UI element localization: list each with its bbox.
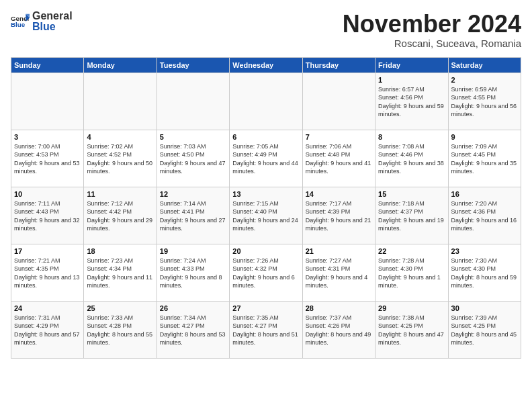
col-header-saturday: Saturday xyxy=(448,57,521,73)
col-header-monday: Monday xyxy=(84,57,157,73)
day-number: 26 xyxy=(160,304,226,312)
calendar-cell: 27Sunrise: 7:35 AM Sunset: 4:27 PM Dayli… xyxy=(230,301,302,358)
day-number: 25 xyxy=(87,304,153,312)
day-number: 9 xyxy=(451,133,518,141)
day-info: Sunrise: 7:26 AM Sunset: 4:32 PM Dayligh… xyxy=(232,257,299,290)
title-section: November 2024 Roscani, Suceava, Romania xyxy=(343,11,521,49)
day-info: Sunrise: 7:23 AM Sunset: 4:34 PM Dayligh… xyxy=(87,257,153,290)
day-info: Sunrise: 7:12 AM Sunset: 4:42 PM Dayligh… xyxy=(87,199,153,233)
calendar-cell xyxy=(157,73,229,130)
calendar-cell xyxy=(84,73,157,130)
calendar-week-2: 3Sunrise: 7:00 AM Sunset: 4:53 PM Daylig… xyxy=(11,130,521,187)
day-info: Sunrise: 7:15 AM Sunset: 4:40 PM Dayligh… xyxy=(232,199,299,233)
day-info: Sunrise: 7:33 AM Sunset: 4:28 PM Dayligh… xyxy=(87,314,153,347)
day-info: Sunrise: 7:38 AM Sunset: 4:25 PM Dayligh… xyxy=(378,314,445,347)
calendar-cell: 25Sunrise: 7:33 AM Sunset: 4:28 PM Dayli… xyxy=(84,301,157,358)
day-info: Sunrise: 7:18 AM Sunset: 4:37 PM Dayligh… xyxy=(378,199,445,233)
logo-general-text: General xyxy=(32,11,73,21)
col-header-friday: Friday xyxy=(375,57,448,73)
day-number: 14 xyxy=(306,190,372,198)
svg-text:Blue: Blue xyxy=(11,21,26,28)
day-number: 27 xyxy=(232,304,299,312)
calendar-cell: 15Sunrise: 7:18 AM Sunset: 4:37 PM Dayli… xyxy=(375,187,448,244)
calendar-cell: 7Sunrise: 7:06 AM Sunset: 4:48 PM Daylig… xyxy=(302,130,375,187)
logo-blue-text: Blue xyxy=(32,21,73,32)
day-number: 11 xyxy=(87,190,153,198)
col-header-tuesday: Tuesday xyxy=(157,57,229,73)
calendar-cell: 23Sunrise: 7:30 AM Sunset: 4:30 PM Dayli… xyxy=(448,244,521,301)
calendar-cell: 1Sunrise: 6:57 AM Sunset: 4:56 PM Daylig… xyxy=(375,73,448,130)
logo: General Blue General Blue xyxy=(11,11,73,32)
calendar-cell: 13Sunrise: 7:15 AM Sunset: 4:40 PM Dayli… xyxy=(230,187,302,244)
day-number: 20 xyxy=(232,247,299,255)
col-header-thursday: Thursday xyxy=(302,57,375,73)
location-subtitle: Roscani, Suceava, Romania xyxy=(343,38,521,49)
calendar-cell: 24Sunrise: 7:31 AM Sunset: 4:29 PM Dayli… xyxy=(11,301,84,358)
day-info: Sunrise: 7:28 AM Sunset: 4:30 PM Dayligh… xyxy=(378,257,445,290)
calendar-week-4: 17Sunrise: 7:21 AM Sunset: 4:35 PM Dayli… xyxy=(11,244,521,301)
day-info: Sunrise: 7:24 AM Sunset: 4:33 PM Dayligh… xyxy=(160,257,226,290)
calendar-cell: 2Sunrise: 6:59 AM Sunset: 4:55 PM Daylig… xyxy=(448,73,521,130)
calendar-cell: 16Sunrise: 7:20 AM Sunset: 4:36 PM Dayli… xyxy=(448,187,521,244)
calendar-cell: 11Sunrise: 7:12 AM Sunset: 4:42 PM Dayli… xyxy=(84,187,157,244)
calendar-cell: 18Sunrise: 7:23 AM Sunset: 4:34 PM Dayli… xyxy=(84,244,157,301)
calendar-cell: 28Sunrise: 7:37 AM Sunset: 4:26 PM Dayli… xyxy=(302,301,375,358)
day-number: 10 xyxy=(14,190,81,198)
day-number: 21 xyxy=(306,247,372,255)
calendar-cell: 3Sunrise: 7:00 AM Sunset: 4:53 PM Daylig… xyxy=(11,130,84,187)
day-info: Sunrise: 7:08 AM Sunset: 4:46 PM Dayligh… xyxy=(378,142,445,176)
day-info: Sunrise: 7:21 AM Sunset: 4:35 PM Dayligh… xyxy=(14,257,81,290)
day-info: Sunrise: 7:02 AM Sunset: 4:52 PM Dayligh… xyxy=(87,142,153,176)
calendar-cell: 14Sunrise: 7:17 AM Sunset: 4:39 PM Dayli… xyxy=(302,187,375,244)
day-info: Sunrise: 7:39 AM Sunset: 4:25 PM Dayligh… xyxy=(451,314,518,347)
day-number: 13 xyxy=(232,190,299,198)
calendar-cell: 29Sunrise: 7:38 AM Sunset: 4:25 PM Dayli… xyxy=(375,301,448,358)
day-number: 16 xyxy=(451,190,518,198)
day-info: Sunrise: 7:06 AM Sunset: 4:48 PM Dayligh… xyxy=(306,142,372,176)
day-number: 6 xyxy=(232,133,299,141)
day-number: 29 xyxy=(378,304,445,312)
day-info: Sunrise: 7:09 AM Sunset: 4:45 PM Dayligh… xyxy=(451,142,518,176)
month-title: November 2024 xyxy=(343,11,521,38)
day-info: Sunrise: 7:20 AM Sunset: 4:36 PM Dayligh… xyxy=(451,199,518,233)
day-number: 17 xyxy=(14,247,81,255)
day-number: 2 xyxy=(451,76,518,84)
day-info: Sunrise: 7:30 AM Sunset: 4:30 PM Dayligh… xyxy=(451,257,518,290)
day-info: Sunrise: 7:11 AM Sunset: 4:43 PM Dayligh… xyxy=(14,199,81,233)
day-info: Sunrise: 7:27 AM Sunset: 4:31 PM Dayligh… xyxy=(306,257,372,290)
day-info: Sunrise: 7:34 AM Sunset: 4:27 PM Dayligh… xyxy=(160,314,226,347)
day-info: Sunrise: 7:37 AM Sunset: 4:26 PM Dayligh… xyxy=(306,314,372,347)
day-info: Sunrise: 7:35 AM Sunset: 4:27 PM Dayligh… xyxy=(232,314,299,347)
day-info: Sunrise: 7:17 AM Sunset: 4:39 PM Dayligh… xyxy=(306,199,372,233)
calendar-cell: 30Sunrise: 7:39 AM Sunset: 4:25 PM Dayli… xyxy=(448,301,521,358)
day-info: Sunrise: 7:05 AM Sunset: 4:49 PM Dayligh… xyxy=(232,142,299,176)
calendar-header-row: SundayMondayTuesdayWednesdayThursdayFrid… xyxy=(11,57,521,73)
calendar-cell: 4Sunrise: 7:02 AM Sunset: 4:52 PM Daylig… xyxy=(84,130,157,187)
calendar-cell: 19Sunrise: 7:24 AM Sunset: 4:33 PM Dayli… xyxy=(157,244,229,301)
day-number: 22 xyxy=(378,247,445,255)
day-number: 1 xyxy=(378,76,445,84)
calendar-week-1: 1Sunrise: 6:57 AM Sunset: 4:56 PM Daylig… xyxy=(11,73,521,130)
calendar-cell: 9Sunrise: 7:09 AM Sunset: 4:45 PM Daylig… xyxy=(448,130,521,187)
calendar-cell: 10Sunrise: 7:11 AM Sunset: 4:43 PM Dayli… xyxy=(11,187,84,244)
calendar-cell: 21Sunrise: 7:27 AM Sunset: 4:31 PM Dayli… xyxy=(302,244,375,301)
calendar-week-3: 10Sunrise: 7:11 AM Sunset: 4:43 PM Dayli… xyxy=(11,187,521,244)
calendar-cell: 22Sunrise: 7:28 AM Sunset: 4:30 PM Dayli… xyxy=(375,244,448,301)
day-number: 18 xyxy=(87,247,153,255)
day-number: 15 xyxy=(378,190,445,198)
calendar-cell: 8Sunrise: 7:08 AM Sunset: 4:46 PM Daylig… xyxy=(375,130,448,187)
day-number: 8 xyxy=(378,133,445,141)
day-number: 4 xyxy=(87,133,153,141)
logo-icon: General Blue xyxy=(11,12,30,31)
calendar-cell xyxy=(302,73,375,130)
day-info: Sunrise: 7:00 AM Sunset: 4:53 PM Dayligh… xyxy=(14,142,81,176)
day-number: 5 xyxy=(160,133,226,141)
day-number: 28 xyxy=(306,304,372,312)
day-info: Sunrise: 7:31 AM Sunset: 4:29 PM Dayligh… xyxy=(14,314,81,347)
calendar-cell: 6Sunrise: 7:05 AM Sunset: 4:49 PM Daylig… xyxy=(230,130,302,187)
day-info: Sunrise: 6:59 AM Sunset: 4:55 PM Dayligh… xyxy=(451,85,518,119)
calendar-cell: 17Sunrise: 7:21 AM Sunset: 4:35 PM Dayli… xyxy=(11,244,84,301)
calendar-cell: 20Sunrise: 7:26 AM Sunset: 4:32 PM Dayli… xyxy=(230,244,302,301)
day-info: Sunrise: 7:14 AM Sunset: 4:41 PM Dayligh… xyxy=(160,199,226,233)
calendar-cell: 26Sunrise: 7:34 AM Sunset: 4:27 PM Dayli… xyxy=(157,301,229,358)
